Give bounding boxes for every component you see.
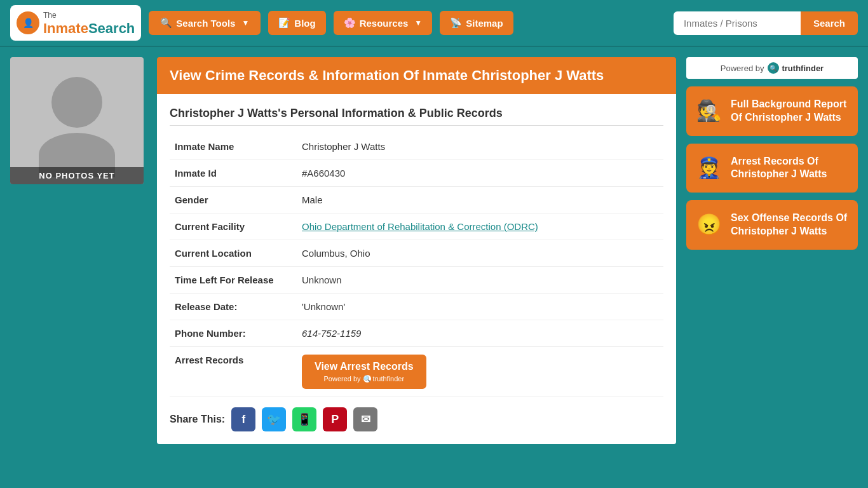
- logo-the: The: [43, 11, 57, 20]
- arrest-records-label: Arrest Records: [170, 347, 297, 397]
- time-left-label: Time Left For Release: [170, 267, 297, 294]
- share-section: Share This: f 🐦 📱 P ✉: [170, 397, 663, 431]
- facebook-share-button[interactable]: f: [231, 407, 255, 431]
- current-facility-label: Current Facility: [170, 214, 297, 240]
- blog-button[interactable]: 📝 Blog: [268, 11, 325, 35]
- powered-by-label: Powered by 🔍 truthfinder: [324, 375, 405, 383]
- email-share-button[interactable]: ✉: [353, 407, 377, 431]
- pinterest-share-button[interactable]: P: [323, 407, 347, 431]
- table-row: Time Left For Release Unknown: [170, 267, 663, 294]
- current-location-value: Columbus, Ohio: [297, 240, 663, 267]
- table-row: Arrest Records View Arrest Records Power…: [170, 347, 663, 397]
- time-left-value: Unknown: [297, 267, 663, 294]
- sex-offense-records-card[interactable]: 😠 Sex Offense Records Of Christopher J W…: [686, 200, 858, 250]
- blog-icon: 📝: [278, 17, 290, 29]
- view-arrest-records-label: View Arrest Records: [315, 361, 414, 372]
- photo-box: NO PHOTOS YET: [10, 57, 144, 184]
- resources-label: Resources: [360, 18, 409, 29]
- gender-value: Male: [297, 187, 663, 214]
- arrest-records-card[interactable]: 👮 Arrest Records Of Christopher J Watts: [686, 144, 858, 193]
- share-label: Share This:: [170, 414, 225, 425]
- powered-bar: Powered by 🔍 truthfinder: [686, 57, 858, 79]
- phone-value: 614-752-1159: [297, 320, 663, 347]
- sitemap-icon: 📡: [450, 17, 462, 29]
- gender-label: Gender: [170, 187, 297, 214]
- tf-badge-label: truthfinder: [782, 64, 824, 73]
- sex-offense-label: Sex Offense Records Of Christopher J Wat…: [731, 212, 848, 238]
- whatsapp-share-button[interactable]: 📱: [292, 407, 316, 431]
- table-row: Current Facility Ohio Department of Reha…: [170, 214, 663, 240]
- sidebar: Powered by 🔍 truthfinder 🕵️ Full Backgro…: [686, 57, 858, 250]
- info-table: Inmate Name Christopher J Watts Inmate I…: [170, 133, 663, 397]
- logo-icon: 👤: [17, 11, 39, 34]
- search-input[interactable]: [674, 11, 801, 35]
- tf-logo: 🔍 truthfinder: [363, 375, 405, 383]
- sitemap-label: Sitemap: [466, 18, 503, 29]
- table-row: Gender Male: [170, 187, 663, 214]
- table-row: Inmate Id #A660430: [170, 160, 663, 187]
- resources-arrow-icon: ▼: [414, 18, 422, 27]
- sitemap-button[interactable]: 📡 Sitemap: [440, 11, 513, 35]
- powered-by-text: Powered by: [324, 375, 361, 383]
- silhouette-head: [51, 77, 102, 128]
- tf-badge: 🔍 truthfinder: [768, 62, 824, 74]
- current-facility-value: Ohio Department of Rehabilitation & Corr…: [297, 214, 663, 240]
- no-photos-label: NO PHOTOS YET: [10, 167, 144, 184]
- table-row: Current Location Columbus, Ohio: [170, 240, 663, 267]
- release-date-label: Release Date:: [170, 294, 297, 320]
- search-tools-icon: 🔍: [160, 17, 172, 29]
- table-row: Phone Number: 614-752-1159: [170, 320, 663, 347]
- info-card: Christopher J Watts's Personal Informati…: [157, 94, 676, 444]
- blog-label: Blog: [294, 18, 315, 29]
- search-tools-label: Search Tools: [176, 18, 235, 29]
- view-arrest-records-button[interactable]: View Arrest Records Powered by 🔍 truthfi…: [302, 355, 426, 389]
- release-date-value: 'Unknown': [297, 294, 663, 320]
- inmate-name-label: Inmate Name: [170, 133, 297, 160]
- logo: 👤 The InmateSearch: [10, 5, 141, 41]
- main-content: NO PHOTOS YET View Crime Records & Infor…: [0, 47, 868, 454]
- logo-text: The InmateSearch: [43, 9, 135, 37]
- table-row: Release Date: 'Unknown': [170, 294, 663, 320]
- sex-offense-icon: 😠: [696, 212, 722, 238]
- inmate-id-value: #A660430: [297, 160, 663, 187]
- search-button[interactable]: Search: [801, 11, 858, 35]
- powered-by-sidebar-text: Powered by: [721, 64, 764, 73]
- facility-link[interactable]: Ohio Department of Rehabilitation & Corr…: [302, 221, 538, 232]
- arrest-icon: 👮: [696, 155, 722, 182]
- tf-text: truthfinder: [373, 375, 405, 383]
- detective-icon: 🕵️: [696, 98, 722, 125]
- search-tools-arrow-icon: ▼: [241, 18, 249, 27]
- tf-dot-icon: 🔍: [363, 375, 371, 383]
- page-title: View Crime Records & Information Of Inma…: [157, 57, 676, 94]
- personal-info-title: Christopher J Watts's Personal Informati…: [170, 107, 663, 126]
- search-tools-button[interactable]: 🔍 Search Tools ▼: [149, 11, 261, 35]
- resources-button[interactable]: 🌸 Resources ▼: [334, 11, 433, 35]
- tf-badge-icon: 🔍: [768, 62, 779, 74]
- arrest-records-cell: View Arrest Records Powered by 🔍 truthfi…: [297, 347, 663, 397]
- full-background-label: Full Background Report Of Christopher J …: [731, 98, 848, 125]
- current-location-label: Current Location: [170, 240, 297, 267]
- info-section: View Crime Records & Information Of Inma…: [157, 57, 676, 444]
- phone-label: Phone Number:: [170, 320, 297, 347]
- arrest-records-sidebar-label: Arrest Records Of Christopher J Watts: [731, 155, 848, 182]
- full-background-report-card[interactable]: 🕵️ Full Background Report Of Christopher…: [686, 86, 858, 136]
- table-row: Inmate Name Christopher J Watts: [170, 133, 663, 160]
- resources-icon: 🌸: [344, 17, 356, 29]
- search-container: Search: [674, 11, 858, 35]
- twitter-share-button[interactable]: 🐦: [262, 407, 286, 431]
- inmate-name-value: Christopher J Watts: [297, 133, 663, 160]
- photo-section: NO PHOTOS YET: [10, 57, 147, 184]
- inmate-id-label: Inmate Id: [170, 160, 297, 187]
- header: 👤 The InmateSearch 🔍 Search Tools ▼ 📝 Bl…: [0, 0, 868, 47]
- logo-inmate: InmateSearch: [43, 20, 135, 36]
